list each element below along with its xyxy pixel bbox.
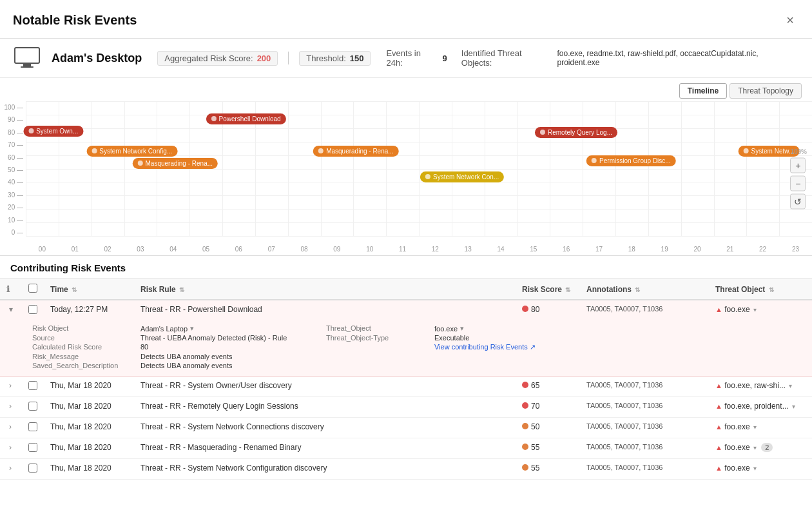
threat-object-dropdown[interactable]: ▾ <box>460 324 464 333</box>
threat-arrow-icon: ▲ <box>715 464 722 472</box>
threat-dropdown-arrow[interactable]: ▾ <box>753 444 757 451</box>
row-checkbox[interactable] <box>28 464 37 473</box>
threat-topology-button[interactable]: Threat Topology <box>730 83 802 99</box>
time-cell: Thu, Mar 18 2020 <box>44 376 134 397</box>
v-grid-line <box>386 101 387 236</box>
zoom-out-button[interactable]: − <box>790 175 806 191</box>
threat-dropdown-arrow[interactable]: ▾ <box>753 465 757 472</box>
annotations-cell: TA0005, TA0007, T1036 <box>580 438 709 459</box>
bubble-label: System Network Config... <box>99 148 172 155</box>
risk-rule-cell: Threat - RR - Masquerading - Renamed Bin… <box>134 438 516 459</box>
bubble-dot <box>318 148 324 153</box>
chart-event-bubble[interactable]: Masquerading - Rena... <box>313 146 399 157</box>
x-axis-label: 09 <box>320 246 353 255</box>
row-checkbox[interactable] <box>28 381 37 390</box>
risk-dot <box>522 306 528 312</box>
threat-arrow-icon: ▲ <box>715 423 722 431</box>
chart-event-bubble[interactable]: System Network Config... <box>86 146 177 157</box>
annotations-cell: TA0005, TA0007, T1036 <box>580 418 709 438</box>
row-checkbox[interactable] <box>28 443 37 452</box>
risk-rule-sort-icon[interactable]: ⇅ <box>179 286 184 293</box>
row-checkbox[interactable] <box>28 402 37 411</box>
th-risk-rule: Risk Rule ⇅ <box>134 279 516 300</box>
risk-rule-cell: Threat - RR - Remotely Query Login Sessi… <box>134 397 516 418</box>
th-threat-object: Threat Object ⇅ <box>709 279 812 300</box>
y-label-0: 0 — <box>3 229 23 236</box>
v-grid-line <box>419 101 420 236</box>
chart-event-bubble[interactable]: System Network Con... <box>420 171 504 182</box>
v-grid-line <box>452 101 452 236</box>
risk-dot <box>522 464 528 471</box>
v-grid-line <box>485 101 485 236</box>
expand-cell[interactable]: › <box>0 459 22 480</box>
expand-button[interactable]: › <box>6 443 14 452</box>
threat-badge: 2 <box>761 443 773 452</box>
bubble-dot <box>592 158 597 163</box>
x-axis-label: 10 <box>353 246 386 255</box>
timeline-button[interactable]: Timeline <box>679 83 727 99</box>
threat-dropdown-arrow[interactable]: ▾ <box>792 403 795 410</box>
expand-cell[interactable]: ▾ <box>0 300 22 320</box>
modal-container: Notable Risk Events × Adam's Desktop Agg… <box>0 0 812 508</box>
info-icon: ℹ <box>6 284 10 294</box>
zoom-in-button[interactable]: + <box>790 157 806 173</box>
v-grid-line <box>124 101 125 236</box>
threat-sort-icon[interactable]: ⇅ <box>769 286 774 293</box>
th-risk-score: Risk Score ⇅ <box>516 279 580 300</box>
expand-cell[interactable]: › <box>0 438 22 459</box>
view-contributing-link[interactable]: View contributing Risk Events ↗ <box>434 343 628 351</box>
chart-event-bubble[interactable]: Permission Group Disc... <box>586 155 676 166</box>
bubble-dot <box>540 130 545 135</box>
x-axis: 0001020304050607080910111213141516171819… <box>26 236 812 255</box>
table-row: › Thu, Mar 18 2020 Threat - RR - System … <box>0 376 812 397</box>
select-all-checkbox[interactable] <box>28 284 37 293</box>
y-label-10: 10 — <box>3 217 23 224</box>
x-axis-label: 11 <box>386 246 419 255</box>
bubble-label: Remotely Query Log... <box>548 129 612 136</box>
x-axis-label: 21 <box>713 246 746 255</box>
zoom-reset-button[interactable]: ↺ <box>790 193 806 209</box>
y-label-50: 50 — <box>3 166 23 173</box>
row-checkbox[interactable] <box>28 422 37 431</box>
agg-risk-value: 200 <box>257 54 271 63</box>
risk-score-sort-icon[interactable]: ⇅ <box>565 286 570 293</box>
threat-objects-value: foo.exe, readme.txt, raw-shield.pdf, occ… <box>557 49 800 67</box>
detail-placeholder2-label <box>326 353 429 360</box>
detail-source-label: Source <box>32 334 135 342</box>
annotations-sort-icon[interactable]: ⇅ <box>635 286 640 293</box>
th-time: Time ⇅ <box>44 279 134 300</box>
bubble-dot <box>92 148 97 153</box>
v-grid-line <box>615 101 616 236</box>
close-button[interactable]: × <box>781 10 799 30</box>
risk-object-dropdown[interactable]: ▾ <box>190 324 194 333</box>
x-axis-label: 12 <box>419 246 452 255</box>
expand-button[interactable]: › <box>6 464 14 473</box>
bubble-label: System Netw... <box>751 148 795 155</box>
x-axis-label: 00 <box>26 246 59 255</box>
threat-dropdown-arrow[interactable]: ▾ <box>753 424 757 431</box>
bubble-label: Powershell Download <box>219 115 281 122</box>
x-axis-label: 05 <box>189 246 222 255</box>
expand-cell[interactable]: › <box>0 376 22 397</box>
chart-event-bubble[interactable]: Masquerading - Rena... <box>133 158 218 169</box>
detail-risk-msg-label: Risk_Message <box>32 353 135 360</box>
expand-cell[interactable]: › <box>0 397 22 418</box>
expand-button[interactable]: › <box>6 422 14 431</box>
chart-event-bubble[interactable]: Remotely Query Log... <box>535 127 617 138</box>
threat-dropdown-arrow[interactable]: ▾ <box>753 306 757 313</box>
expand-button[interactable]: › <box>6 402 14 411</box>
expand-button[interactable]: › <box>6 381 14 390</box>
time-sort-icon[interactable]: ⇅ <box>72 286 77 293</box>
detail-risk-object-value: Adam's Laptop ▾ <box>140 324 321 333</box>
threat-obj-text: foo.exe <box>724 443 749 452</box>
expand-cell[interactable]: › <box>0 418 22 438</box>
chart-event-bubble[interactable]: System Own... <box>23 126 83 137</box>
chart-event-bubble[interactable]: Powershell Download <box>206 113 286 124</box>
threat-dropdown-arrow[interactable]: ▾ <box>789 382 792 389</box>
expand-button[interactable]: ▾ <box>6 305 15 314</box>
risk-rule-cell: Threat - RR - System Network Configurati… <box>134 459 516 480</box>
detail-threat-type-value: Executable <box>434 334 628 342</box>
detail-saved-search-label: Saved_Search_Description <box>32 362 135 369</box>
threat-obj-cell: ▲ foo.exe, proident... ▾ <box>709 397 812 418</box>
row-checkbox[interactable] <box>28 305 37 314</box>
